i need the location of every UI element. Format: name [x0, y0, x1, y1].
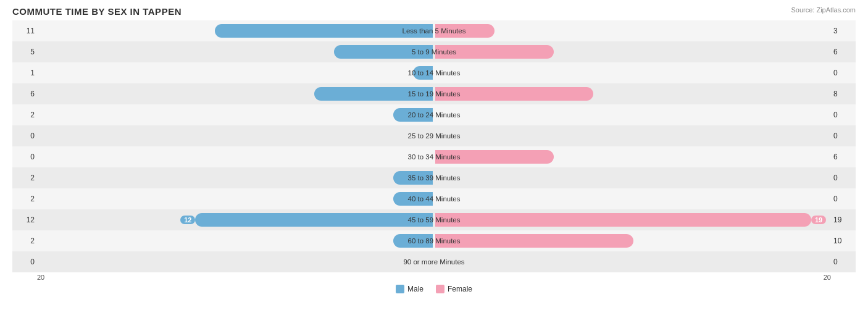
female-bar-container: 19: [434, 213, 831, 227]
bar-section: 30 to 34 Minutes: [37, 146, 831, 167]
female-bar-container: [434, 192, 831, 206]
female-bar-container: [434, 66, 831, 80]
male-bar: [314, 87, 433, 101]
bars-wrapper: 15 to 19 Minutes: [37, 83, 831, 104]
male-bar-container: 12: [37, 213, 434, 227]
chart-row: 1 10 to 14 Minutes 0: [12, 62, 856, 83]
left-value: 6: [12, 90, 37, 98]
chart-row: 11 Less than 5 Minutes 3: [12, 20, 856, 41]
chart-title: COMMUTE TIME BY SEX IN TAPPEN: [12, 6, 856, 17]
left-value: 0: [12, 132, 37, 140]
female-badge: 19: [811, 216, 826, 224]
bars-wrapper: 12 45 to 59 Minutes 19: [37, 209, 831, 230]
male-bar: [393, 108, 433, 122]
right-value: 0: [831, 132, 856, 140]
female-bar-container: [434, 129, 831, 143]
right-value: 10: [831, 237, 856, 245]
bars-wrapper: 60 to 89 Minutes: [37, 230, 831, 251]
bar-section: 25 to 29 Minutes: [37, 125, 831, 146]
chart-row: 0 30 to 34 Minutes 6: [12, 146, 856, 167]
axis-right: 20: [824, 274, 831, 281]
bar-section: 20 to 24 Minutes: [37, 104, 831, 125]
male-bar-container: [37, 192, 434, 206]
right-value: 0: [831, 111, 856, 119]
chart-row: 6 15 to 19 Minutes 8: [12, 83, 856, 104]
bar-section: Less than 5 Minutes: [37, 20, 831, 41]
right-value: 0: [831, 258, 856, 266]
right-value: 0: [831, 195, 856, 203]
chart-row: 2 20 to 24 Minutes 0: [12, 104, 856, 125]
male-bar: [393, 192, 433, 206]
male-bar-container: [37, 150, 434, 164]
chart-container: COMMUTE TIME BY SEX IN TAPPEN Source: Zi…: [0, 0, 868, 323]
bar-section: 12 45 to 59 Minutes 19: [37, 209, 831, 230]
chart-row: 0 25 to 29 Minutes 0: [12, 125, 856, 146]
male-bar-container: [37, 234, 434, 248]
left-value: 12: [12, 216, 37, 224]
right-value: 8: [831, 90, 856, 98]
left-value: 2: [12, 237, 37, 245]
left-value: 2: [12, 195, 37, 203]
legend-female-box: [436, 285, 444, 293]
bars-wrapper: 90 or more Minutes: [37, 251, 831, 272]
legend-male-box: [396, 285, 404, 293]
female-bar-container: [434, 108, 831, 122]
female-bar: [435, 45, 554, 59]
right-value: 19: [831, 216, 856, 224]
female-bar-container: [434, 24, 831, 38]
legend-female-label: Female: [448, 285, 472, 293]
male-bar: [413, 66, 433, 80]
bar-section: 10 to 14 Minutes: [37, 62, 831, 83]
bar-section: 90 or more Minutes: [37, 251, 831, 272]
source-text: Source: ZipAtlas.com: [791, 6, 856, 14]
bar-section: 40 to 44 Minutes: [37, 188, 831, 209]
left-value: 2: [12, 174, 37, 182]
female-bar-container: [434, 255, 831, 269]
legend: Male Female: [12, 285, 856, 293]
male-bar-container: [37, 255, 434, 269]
male-bar: [215, 24, 433, 38]
right-value: 0: [831, 69, 856, 77]
male-bar-container: [37, 108, 434, 122]
male-bar-container: [37, 171, 434, 185]
male-bar: [393, 171, 433, 185]
female-bar-container: [434, 234, 831, 248]
left-value: 11: [12, 27, 37, 35]
chart-row: 0 90 or more Minutes 0: [12, 251, 856, 272]
female-bar: [435, 24, 495, 38]
female-bar: [435, 87, 593, 101]
bars-wrapper: 5 to 9 Minutes: [37, 41, 831, 62]
right-value: 6: [831, 153, 856, 161]
male-bar: [393, 234, 433, 248]
right-value: 6: [831, 48, 856, 56]
legend-male: Male: [396, 285, 424, 293]
legend-male-label: Male: [407, 285, 424, 293]
female-bar: [435, 234, 633, 248]
female-bar-container: [434, 45, 831, 59]
female-bar-container: [434, 171, 831, 185]
chart-row: 2 35 to 39 Minutes 0: [12, 167, 856, 188]
male-bar-container: [37, 66, 434, 80]
left-value: 5: [12, 48, 37, 56]
chart-row: 12 12 45 to 59 Minutes 19 19: [12, 209, 856, 230]
female-bar-container: [434, 87, 831, 101]
male-bar-container: [37, 24, 434, 38]
male-bar: [334, 45, 433, 59]
female-bar: [435, 150, 554, 164]
axis-labels: 20 20: [12, 274, 856, 281]
bars-wrapper: 10 to 14 Minutes: [37, 62, 831, 83]
male-bar: [195, 213, 433, 227]
chart-row: 2 40 to 44 Minutes 0: [12, 188, 856, 209]
bars-wrapper: 40 to 44 Minutes: [37, 188, 831, 209]
bar-section: 15 to 19 Minutes: [37, 83, 831, 104]
bars-wrapper: 25 to 29 Minutes: [37, 125, 831, 146]
male-bar-container: [37, 129, 434, 143]
chart-row: 5 5 to 9 Minutes 6: [12, 41, 856, 62]
left-value: 2: [12, 111, 37, 119]
legend-female: Female: [436, 285, 472, 293]
left-value: 1: [12, 69, 37, 77]
bars-wrapper: Less than 5 Minutes: [37, 20, 831, 41]
male-badge: 12: [180, 216, 195, 224]
bar-section: 35 to 39 Minutes: [37, 167, 831, 188]
bars-wrapper: 30 to 34 Minutes: [37, 146, 831, 167]
